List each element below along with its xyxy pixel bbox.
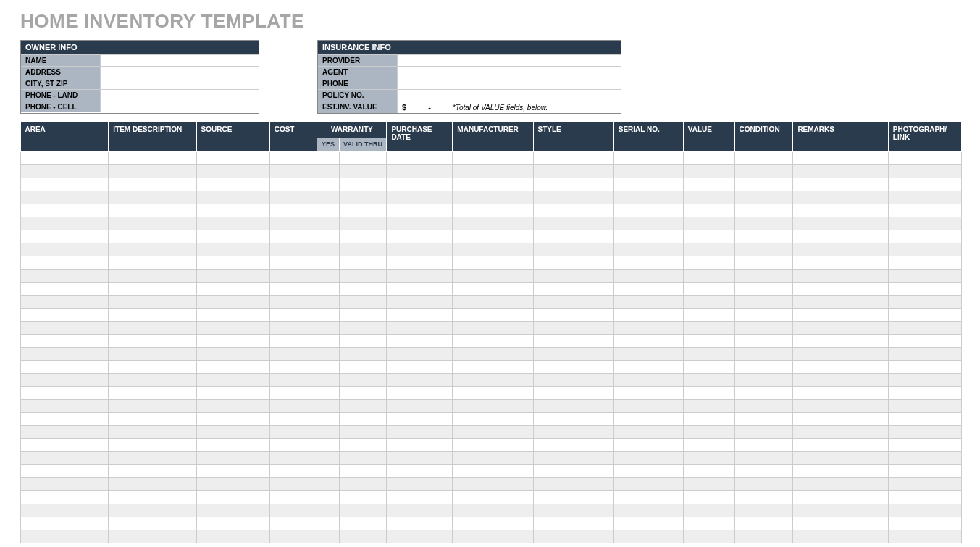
cell[interactable] bbox=[793, 517, 888, 530]
cell[interactable] bbox=[21, 491, 109, 504]
cell[interactable] bbox=[533, 322, 613, 335]
cell[interactable] bbox=[734, 204, 793, 217]
cell[interactable] bbox=[734, 504, 793, 517]
cell[interactable] bbox=[387, 426, 453, 439]
cell[interactable] bbox=[533, 243, 613, 256]
cell[interactable] bbox=[269, 387, 317, 400]
cell[interactable] bbox=[613, 322, 683, 335]
cell[interactable] bbox=[533, 270, 613, 283]
cell[interactable] bbox=[317, 335, 339, 348]
cell[interactable] bbox=[888, 361, 961, 374]
cell[interactable] bbox=[734, 243, 793, 256]
cell[interactable] bbox=[387, 374, 453, 387]
cell[interactable] bbox=[196, 452, 269, 465]
cell[interactable] bbox=[888, 400, 961, 413]
cell[interactable] bbox=[317, 322, 339, 335]
owner-citystzip-value[interactable] bbox=[101, 78, 259, 89]
cell[interactable] bbox=[613, 165, 683, 178]
cell[interactable] bbox=[453, 491, 533, 504]
cell[interactable] bbox=[269, 465, 317, 478]
cell[interactable] bbox=[196, 400, 269, 413]
cell[interactable] bbox=[793, 413, 888, 426]
cell[interactable] bbox=[734, 465, 793, 478]
cell[interactable] bbox=[888, 335, 961, 348]
cell[interactable] bbox=[533, 335, 613, 348]
cell[interactable] bbox=[339, 256, 387, 270]
cell[interactable] bbox=[793, 387, 888, 400]
cell[interactable] bbox=[317, 204, 339, 217]
cell[interactable] bbox=[793, 530, 888, 543]
cell[interactable] bbox=[196, 530, 269, 543]
cell[interactable] bbox=[793, 439, 888, 452]
cell[interactable] bbox=[793, 243, 888, 256]
cell[interactable] bbox=[683, 452, 734, 465]
cell[interactable] bbox=[269, 296, 317, 309]
cell[interactable] bbox=[317, 348, 339, 361]
cell[interactable] bbox=[533, 400, 613, 413]
cell[interactable] bbox=[269, 217, 317, 230]
cell[interactable] bbox=[109, 413, 196, 426]
cell[interactable] bbox=[888, 270, 961, 283]
cell[interactable] bbox=[109, 217, 196, 230]
cell[interactable] bbox=[793, 322, 888, 335]
cell[interactable] bbox=[793, 309, 888, 322]
cell[interactable] bbox=[317, 530, 339, 543]
cell[interactable] bbox=[387, 413, 453, 426]
cell[interactable] bbox=[683, 309, 734, 322]
cell[interactable] bbox=[453, 452, 533, 465]
cell[interactable] bbox=[453, 165, 533, 178]
cell[interactable] bbox=[21, 478, 109, 491]
cell[interactable] bbox=[317, 283, 339, 296]
cell[interactable] bbox=[734, 387, 793, 400]
cell[interactable] bbox=[109, 165, 196, 178]
cell[interactable] bbox=[683, 152, 734, 165]
cell[interactable] bbox=[109, 452, 196, 465]
cell[interactable] bbox=[339, 517, 387, 530]
cell[interactable] bbox=[339, 452, 387, 465]
cell[interactable] bbox=[387, 283, 453, 296]
ins-provider-value[interactable] bbox=[398, 55, 621, 66]
cell[interactable] bbox=[387, 191, 453, 204]
cell[interactable] bbox=[613, 178, 683, 191]
cell[interactable] bbox=[533, 296, 613, 309]
cell[interactable] bbox=[453, 296, 533, 309]
cell[interactable] bbox=[109, 152, 196, 165]
cell[interactable] bbox=[613, 374, 683, 387]
cell[interactable] bbox=[196, 504, 269, 517]
cell[interactable] bbox=[683, 517, 734, 530]
ins-agent-value[interactable] bbox=[398, 67, 621, 78]
cell[interactable] bbox=[339, 439, 387, 452]
cell[interactable] bbox=[683, 400, 734, 413]
cell[interactable] bbox=[533, 283, 613, 296]
cell[interactable] bbox=[683, 283, 734, 296]
cell[interactable] bbox=[734, 191, 793, 204]
cell[interactable] bbox=[317, 152, 339, 165]
cell[interactable] bbox=[533, 230, 613, 243]
cell[interactable] bbox=[613, 465, 683, 478]
cell[interactable] bbox=[196, 439, 269, 452]
cell[interactable] bbox=[269, 439, 317, 452]
cell[interactable] bbox=[21, 452, 109, 465]
cell[interactable] bbox=[21, 230, 109, 243]
cell[interactable] bbox=[533, 256, 613, 270]
cell[interactable] bbox=[613, 270, 683, 283]
cell[interactable] bbox=[793, 283, 888, 296]
cell[interactable] bbox=[21, 504, 109, 517]
cell[interactable] bbox=[453, 465, 533, 478]
cell[interactable] bbox=[21, 270, 109, 283]
cell[interactable] bbox=[196, 204, 269, 217]
cell[interactable] bbox=[109, 348, 196, 361]
cell[interactable] bbox=[21, 283, 109, 296]
cell[interactable] bbox=[387, 217, 453, 230]
cell[interactable] bbox=[317, 413, 339, 426]
cell[interactable] bbox=[269, 152, 317, 165]
cell[interactable] bbox=[339, 413, 387, 426]
cell[interactable] bbox=[453, 178, 533, 191]
cell[interactable] bbox=[683, 374, 734, 387]
cell[interactable] bbox=[533, 517, 613, 530]
cell[interactable] bbox=[21, 465, 109, 478]
cell[interactable] bbox=[339, 243, 387, 256]
cell[interactable] bbox=[21, 204, 109, 217]
cell[interactable] bbox=[793, 165, 888, 178]
cell[interactable] bbox=[21, 361, 109, 374]
